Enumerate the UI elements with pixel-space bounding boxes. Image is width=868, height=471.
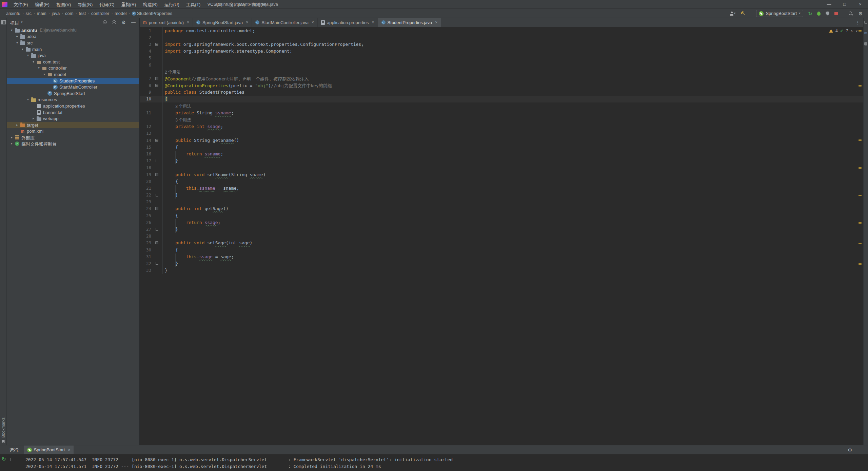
warning-stripe-mark[interactable] xyxy=(859,243,862,244)
tree-chevron-icon[interactable]: ▾ xyxy=(26,54,30,57)
warning-stripe-mark[interactable] xyxy=(859,139,862,141)
line-number[interactable]: 4 xyxy=(140,49,151,54)
scroll-to-top-icon[interactable]: ↑ xyxy=(9,457,12,461)
line-number[interactable]: 25 xyxy=(140,213,151,218)
line-number[interactable]: 12 xyxy=(140,124,151,129)
breadcrumb-item[interactable]: com xyxy=(65,11,74,16)
editor-tab[interactable]: mpom.xml (anxinfu)× xyxy=(140,18,193,27)
close-button[interactable]: × xyxy=(852,0,868,8)
line-number[interactable]: 6 xyxy=(140,62,151,68)
line-number[interactable]: 31 xyxy=(140,254,151,259)
code-line[interactable]: 33} xyxy=(140,267,863,274)
fold-end-icon[interactable] xyxy=(156,228,158,231)
tree-chevron-icon[interactable]: ▾ xyxy=(20,48,25,51)
code-line[interactable]: 30 { xyxy=(140,246,863,253)
code-line[interactable]: 15 { xyxy=(140,144,863,150)
panel-settings-icon[interactable]: ⚙ xyxy=(121,20,126,25)
editor-tab[interactable]: CSpringBootStart.java× xyxy=(193,18,252,27)
tree-item[interactable]: ▾anxinfuE:\java\web\anxinfu xyxy=(7,27,139,34)
breadcrumb-item[interactable]: anxinfu xyxy=(6,11,20,16)
rerun-button[interactable]: ↻ xyxy=(808,11,812,16)
prev-problem-icon[interactable]: ∧ xyxy=(850,29,853,33)
inspections-widget[interactable]: 4 ✔ 7 ∧ ∨ xyxy=(829,29,858,33)
code-line[interactable]: 24− public int getSage() xyxy=(140,205,863,212)
tree-item[interactable]: ▾com.test xyxy=(7,59,139,65)
collapse-all-icon[interactable] xyxy=(112,20,116,24)
menu-item[interactable]: 视图(V) xyxy=(53,1,74,7)
line-number[interactable]: 7 xyxy=(140,76,151,81)
close-icon[interactable]: × xyxy=(434,20,437,24)
close-icon[interactable]: × xyxy=(371,20,374,24)
stop-button[interactable] xyxy=(834,12,838,15)
run-configuration-select[interactable]: SpringBootStart ▾ xyxy=(756,10,803,17)
tree-chevron-icon[interactable]: ▸ xyxy=(15,124,19,127)
code-line[interactable]: 8−@ConfigurationProperties(prefix = "obj… xyxy=(140,82,863,89)
line-number[interactable]: 16 xyxy=(140,151,151,156)
tree-chevron-icon[interactable]: ▾ xyxy=(37,67,41,70)
menu-item[interactable]: 运行(U) xyxy=(161,1,183,7)
search-everywhere-icon[interactable] xyxy=(848,11,853,16)
tree-item[interactable]: ▸.idea xyxy=(7,34,139,40)
fold-icon[interactable]: − xyxy=(155,207,158,210)
line-number[interactable]: 32 xyxy=(140,261,151,266)
line-number[interactable]: 29 xyxy=(140,240,151,245)
run-settings-icon[interactable]: ⚙ xyxy=(848,448,852,452)
line-number[interactable]: 13 xyxy=(140,131,151,136)
minimize-button[interactable]: — xyxy=(821,0,837,8)
tree-item[interactable]: CSpringBootStart xyxy=(7,90,139,97)
run-console[interactable]: 2022-05-14 17:57:41.547 INFO 23772 --- [… xyxy=(0,455,868,471)
code-line[interactable]: 10{ xyxy=(140,96,863,102)
code-line[interactable]: 23 xyxy=(140,199,863,205)
code-line[interactable]: 16 return ssname; xyxy=(140,150,863,157)
tree-chevron-icon[interactable]: ▸ xyxy=(9,136,14,139)
warning-stripe-mark[interactable] xyxy=(859,222,862,224)
line-number[interactable]: 2 xyxy=(140,35,151,40)
line-number[interactable]: 14 xyxy=(140,138,151,143)
project-tool-button[interactable] xyxy=(1,20,6,25)
code-line[interactable]: 12 private int ssage; xyxy=(140,123,863,130)
database-tool-icon[interactable] xyxy=(864,42,867,45)
tree-chevron-icon[interactable]: ▾ xyxy=(26,98,30,101)
line-number[interactable]: 23 xyxy=(140,199,151,204)
code-line[interactable]: 17 } xyxy=(140,157,863,164)
line-number[interactable]: 8 xyxy=(140,83,151,88)
close-icon[interactable]: × xyxy=(186,20,189,24)
code-line[interactable]: 26 return ssage; xyxy=(140,219,863,226)
tree-item[interactable]: ▾controller xyxy=(7,65,139,72)
line-number[interactable]: 19 xyxy=(140,172,151,177)
line-number[interactable]: 9 xyxy=(140,90,151,95)
menu-item[interactable]: 重构(R) xyxy=(118,1,139,7)
close-icon[interactable]: × xyxy=(311,20,314,24)
code-line[interactable]: 2 xyxy=(140,34,863,41)
breadcrumb-item[interactable]: main xyxy=(37,11,46,16)
tree-item[interactable]: mpom.xml xyxy=(7,128,139,135)
warning-stripe-mark[interactable] xyxy=(859,30,862,32)
fold-icon[interactable]: − xyxy=(155,241,158,244)
tree-item[interactable]: CStartMainController xyxy=(7,84,139,90)
chevron-down-icon[interactable]: ▾ xyxy=(21,21,23,24)
select-opened-file-icon[interactable] xyxy=(103,20,107,24)
tree-chevron-icon[interactable]: ▾ xyxy=(15,41,19,44)
tree-item[interactable]: ▸>临时文件和控制台 xyxy=(7,141,139,147)
tree-item[interactable]: ▸target xyxy=(7,122,139,128)
code-line[interactable]: 29− public void setSage(int sage) xyxy=(140,240,863,246)
warning-stripe-mark[interactable] xyxy=(859,167,862,169)
code-line[interactable]: 3−import org.springframework.boot.contex… xyxy=(140,41,863,48)
line-number[interactable]: 17 xyxy=(140,158,151,163)
warning-stripe-mark[interactable] xyxy=(859,85,862,87)
fold-icon[interactable]: − xyxy=(155,139,158,142)
tree-chevron-icon[interactable]: ▾ xyxy=(42,73,46,76)
code-line[interactable]: 20 { xyxy=(140,178,863,185)
tree-item[interactable]: banner.txt xyxy=(7,109,139,116)
fold-end-icon[interactable] xyxy=(156,194,158,196)
close-icon[interactable]: × xyxy=(245,20,248,24)
line-number[interactable]: 30 xyxy=(140,247,151,252)
project-panel-title[interactable]: 项目 xyxy=(10,19,19,25)
fold-icon[interactable]: − xyxy=(155,43,158,46)
fold-end-icon[interactable] xyxy=(156,262,158,265)
code-line[interactable]: 7−@Component//使用Component注解，声明一个组件，被控制器依… xyxy=(140,75,863,82)
menu-item[interactable]: 编辑(E) xyxy=(32,1,53,7)
line-number[interactable]: 26 xyxy=(140,220,151,225)
line-number[interactable]: 11 xyxy=(140,110,151,115)
line-number[interactable]: 1 xyxy=(140,28,151,33)
